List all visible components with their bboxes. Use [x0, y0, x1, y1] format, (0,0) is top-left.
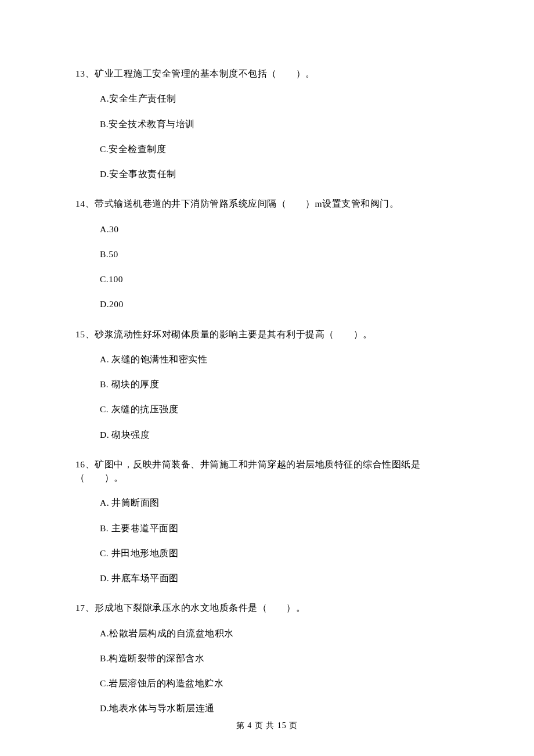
document-page: 13、矿业工程施工安全管理的基本制度不包括（ ）。 A.安全生产责任制 B.安全…	[0, 0, 534, 756]
option-d: D.安全事故责任制	[100, 167, 464, 181]
option-c: C. 灰缝的抗压强度	[100, 402, 464, 416]
option-d: D.地表水体与导水断层连通	[100, 701, 464, 715]
option-b: B.构造断裂带的深部含水	[100, 651, 464, 665]
option-b: B.安全技术教育与培训	[100, 117, 464, 131]
option-d: D.200	[100, 297, 464, 311]
option-a: A. 井筒断面图	[100, 496, 464, 509]
option-b: B. 主要巷道平面图	[100, 521, 464, 535]
option-c: C.100	[100, 272, 464, 286]
option-a: A.安全生产责任制	[100, 92, 464, 105]
option-c: C.安全检查制度	[100, 142, 464, 156]
option-a: A.松散岩层构成的自流盆地积水	[100, 627, 464, 640]
option-c: C.岩层溶蚀后的构造盆地贮水	[100, 676, 464, 690]
option-d: D. 砌块强度	[100, 428, 464, 441]
question-14: 14、带式输送机巷道的井下消防管路系统应间隔（ ）m设置支管和阀门。 A.30 …	[75, 197, 464, 311]
option-a: A.30	[100, 222, 464, 236]
option-a: A. 灰缝的饱满性和密实性	[100, 352, 464, 366]
question-15: 15、砂浆流动性好坏对砌体质量的影响主要是其有利于提高（ ）。 A. 灰缝的饱满…	[75, 327, 464, 441]
question-text: 17、形成地下裂隙承压水的水文地质条件是（ ）。	[75, 601, 464, 614]
option-b: B.50	[100, 247, 464, 261]
question-text: 16、矿图中，反映井筒装备、井筒施工和井筒穿越的岩层地质特征的综合性图纸是（ ）…	[75, 458, 464, 485]
option-b: B. 砌块的厚度	[100, 377, 464, 391]
page-footer: 第 4 页 共 15 页	[0, 719, 534, 732]
question-text: 15、砂浆流动性好坏对砌体质量的影响主要是其有利于提高（ ）。	[75, 327, 464, 341]
option-c: C. 井田地形地质图	[100, 546, 464, 560]
question-16: 16、矿图中，反映井筒装备、井筒施工和井筒穿越的岩层地质特征的综合性图纸是（ ）…	[75, 458, 464, 585]
question-13: 13、矿业工程施工安全管理的基本制度不包括（ ）。 A.安全生产责任制 B.安全…	[75, 67, 464, 181]
option-d: D. 井底车场平面图	[100, 571, 464, 585]
question-text: 14、带式输送机巷道的井下消防管路系统应间隔（ ）m设置支管和阀门。	[75, 197, 464, 210]
question-text: 13、矿业工程施工安全管理的基本制度不包括（ ）。	[75, 67, 464, 80]
question-17: 17、形成地下裂隙承压水的水文地质条件是（ ）。 A.松散岩层构成的自流盆地积水…	[75, 601, 464, 715]
